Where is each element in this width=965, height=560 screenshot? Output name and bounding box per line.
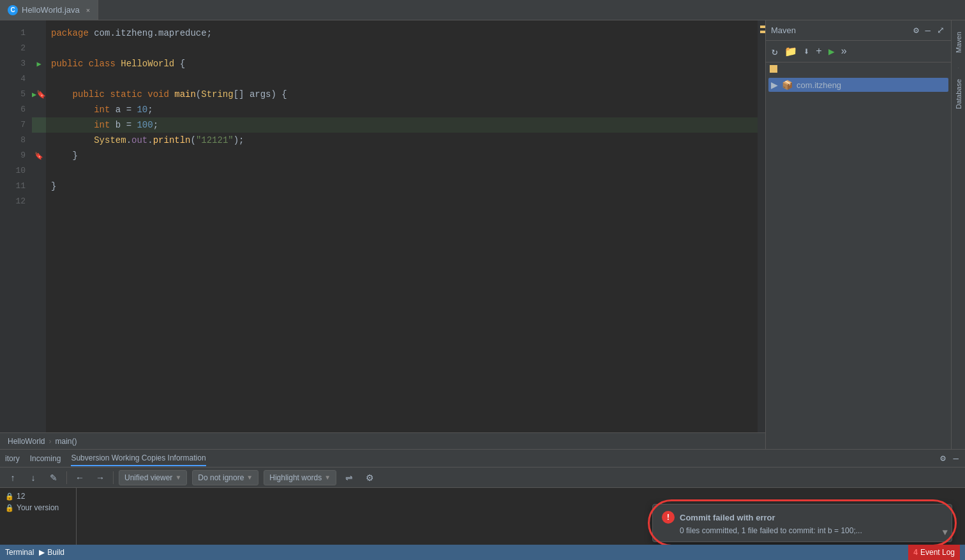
event-log-status[interactable]: 4 Event Log bbox=[908, 545, 960, 560]
maven-panel: Maven ⚙ — ⤢ ↻ 📁 ⬇ + ▶ » ▶ 📦 com.itzheng bbox=[766, 20, 951, 449]
build-status[interactable]: ▶ Build bbox=[39, 548, 64, 557]
system-class: System bbox=[94, 133, 126, 148]
error-close-button[interactable]: ▼ bbox=[943, 527, 948, 538]
ignore-dropdown[interactable]: Do not ignore ▼ bbox=[192, 470, 258, 485]
error-body: 0 files committed, 1 file failed to comm… bbox=[680, 526, 943, 535]
side-panel-maven[interactable]: Maven bbox=[953, 23, 964, 61]
error-title: Commit failed with error bbox=[680, 513, 775, 522]
kw-static: static bbox=[110, 87, 147, 102]
maven-project-item[interactable]: ▶ 📦 com.itzheng bbox=[768, 78, 948, 92]
gutter-line-4 bbox=[32, 71, 46, 87]
main-area: 1 2 3 4 5 6 7 8 9 10 11 12 ▶ bbox=[0, 20, 965, 449]
gutter-line-3[interactable]: ▶ bbox=[32, 56, 46, 71]
maven-run-button[interactable]: ▶ bbox=[827, 43, 837, 60]
bottom-tab-actions: ⚙ — bbox=[939, 452, 960, 465]
terminal-status[interactable]: Terminal bbox=[5, 548, 34, 557]
error-header: ! Commit failed with error bbox=[662, 511, 943, 524]
bottom-settings-button[interactable]: ⚙ bbox=[939, 452, 946, 465]
maven-gear-button[interactable]: ⚙ bbox=[912, 24, 920, 37]
viewer-dropdown[interactable]: Unified viewer ▼ bbox=[119, 470, 187, 485]
gutter-line-12 bbox=[32, 194, 46, 209]
build-label: Build bbox=[47, 548, 64, 557]
bottom-minimize-button[interactable]: — bbox=[952, 452, 960, 465]
line-num-1: 1 bbox=[0, 26, 26, 41]
maven-folder-icon: 📦 bbox=[782, 80, 793, 90]
maven-maximize-button[interactable]: ⤢ bbox=[936, 24, 946, 37]
marker-2 bbox=[760, 31, 765, 33]
maven-import-button[interactable]: 📁 bbox=[782, 43, 799, 60]
code-line-7: int b = 100; bbox=[46, 117, 758, 133]
kw-public-2: public bbox=[73, 87, 110, 102]
ignore-dropdown-label: Do not ignore bbox=[198, 473, 244, 482]
breadcrumb-class: HelloWorld bbox=[8, 437, 45, 446]
num-100: 100 bbox=[137, 117, 153, 133]
maven-more-button[interactable]: » bbox=[839, 44, 849, 59]
kw-public-1: public bbox=[51, 56, 89, 71]
error-notification: ! Commit failed with error 0 files commi… bbox=[652, 504, 952, 542]
line-num-12: 12 bbox=[0, 194, 26, 209]
maven-minimize-button[interactable]: — bbox=[924, 24, 932, 37]
highlight-dropdown-label: Highlight words bbox=[269, 473, 322, 482]
class-name: HelloWorld bbox=[121, 56, 179, 71]
error-count: 4 bbox=[913, 548, 918, 557]
tab-file-icon: C bbox=[8, 5, 18, 15]
ignore-dropdown-arrow: ▼ bbox=[246, 474, 253, 481]
gutter-line-11 bbox=[32, 179, 46, 194]
println-method: println bbox=[153, 133, 191, 148]
bottom-tabs: itory Incoming Subversion Working Copies… bbox=[0, 450, 965, 468]
bottom-tab-svn[interactable]: Subversion Working Copies Information bbox=[71, 451, 206, 466]
maven-refresh-button[interactable]: ↻ bbox=[770, 43, 780, 60]
maven-add-button[interactable]: + bbox=[814, 44, 824, 59]
method-main: main bbox=[174, 87, 196, 102]
highlight-dropdown-arrow: ▼ bbox=[324, 474, 331, 481]
bottom-right-panel: ! Commit failed with error 0 files commi… bbox=[77, 488, 965, 545]
bottom-tab-incoming[interactable]: Incoming bbox=[30, 452, 61, 466]
bottom-area: itory Incoming Subversion Working Copies… bbox=[0, 449, 965, 545]
code-line-11: } bbox=[46, 179, 758, 194]
highlight-dropdown[interactable]: Highlight words ▼ bbox=[264, 470, 336, 485]
code-gutter: ▶ ▶ 🔖 🔖 bbox=[32, 20, 46, 432]
bookmark-icon-5: 🔖 bbox=[36, 90, 46, 99]
code-line-6: int a = 10; bbox=[46, 102, 758, 117]
terminal-label: Terminal bbox=[5, 548, 34, 557]
bottom-content: 🔒 12 🔒 Your version ! Commit failed with… bbox=[0, 488, 965, 545]
toolbar-split-button[interactable]: ⇌ bbox=[341, 470, 357, 485]
code-editor[interactable]: package com.itzheng.mapreduce; public cl… bbox=[46, 20, 758, 432]
breadcrumb-sep: › bbox=[49, 437, 51, 446]
gutter-line-9: 🔖 bbox=[32, 148, 46, 163]
side-panel-database[interactable]: Database bbox=[953, 75, 964, 113]
code-line-8: System.out.println("12121"); bbox=[46, 133, 758, 148]
gutter-line-5[interactable]: ▶ 🔖 bbox=[32, 87, 46, 102]
bottom-left-panel: 🔒 12 🔒 Your version bbox=[0, 488, 77, 545]
toolbar-sep-2 bbox=[113, 471, 114, 484]
toolbar-sep-1 bbox=[66, 471, 67, 484]
line-num-3: 3 bbox=[0, 56, 26, 71]
type-int-a: int bbox=[94, 102, 110, 117]
tab-close-button[interactable]: × bbox=[86, 6, 90, 14]
toolbar-down-button[interactable]: ↓ bbox=[26, 470, 41, 485]
line-num-4: 4 bbox=[0, 71, 26, 87]
build-run-icon: ▶ bbox=[39, 548, 45, 557]
run-icon-main[interactable]: ▶ bbox=[32, 90, 36, 99]
version-label: 🔒 Your version bbox=[5, 502, 71, 513]
file-tab[interactable]: C HelloWorld.java × bbox=[0, 0, 98, 20]
line-num-6: 6 bbox=[0, 102, 26, 117]
toolbar-back-button[interactable]: ← bbox=[72, 470, 87, 485]
maven-project-icon: ▶ bbox=[771, 80, 778, 90]
bottom-tab-history[interactable]: itory bbox=[5, 452, 20, 466]
code-line-10 bbox=[46, 163, 758, 179]
toolbar-forward-button[interactable]: → bbox=[93, 470, 108, 485]
kw-class: class bbox=[89, 56, 121, 71]
viewer-dropdown-label: Unified viewer bbox=[124, 473, 172, 482]
toolbar-settings-button[interactable]: ⚙ bbox=[362, 470, 377, 485]
lock-count: 🔒 12 bbox=[5, 490, 71, 502]
lock-icon: 🔒 bbox=[5, 492, 14, 501]
kw-package: package bbox=[51, 26, 94, 41]
toolbar-up-button[interactable]: ↑ bbox=[5, 470, 20, 485]
gutter-line-6 bbox=[32, 102, 46, 117]
num-10: 10 bbox=[137, 102, 147, 117]
toolbar-edit-button[interactable]: ✎ bbox=[46, 470, 61, 485]
maven-download-button[interactable]: ⬇ bbox=[802, 43, 812, 60]
run-icon-class[interactable]: ▶ bbox=[36, 59, 41, 69]
maven-toolbar: ↻ 📁 ⬇ + ▶ » bbox=[766, 41, 951, 63]
